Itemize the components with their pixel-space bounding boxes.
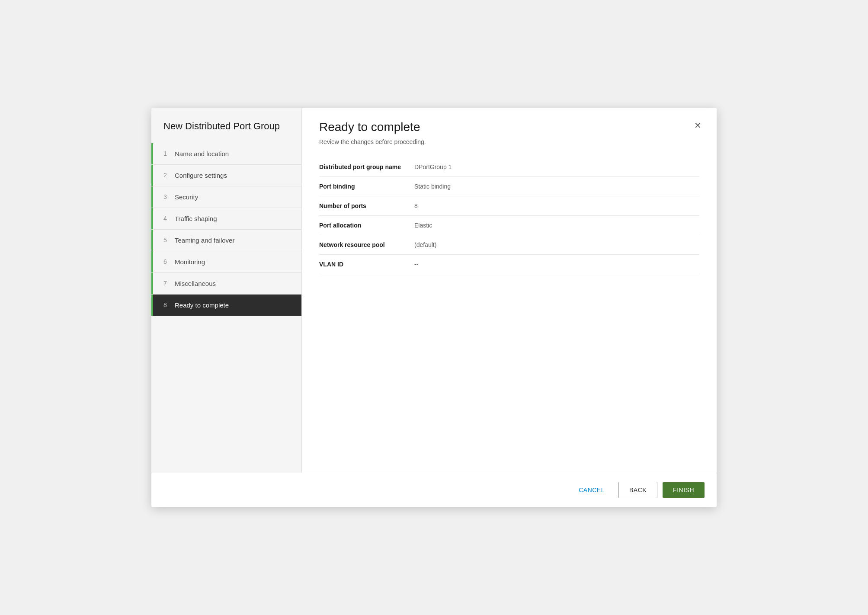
sidebar-title: New Distributed Port Group xyxy=(151,108,301,143)
back-button[interactable]: BACK xyxy=(618,482,657,498)
sidebar-nav: 1 Name and location 2 Configure settings… xyxy=(151,143,301,473)
step-label-5: Teaming and failover xyxy=(175,237,234,244)
sidebar: New Distributed Port Group 1 Name and lo… xyxy=(151,108,302,473)
step-number-4: 4 xyxy=(163,215,170,222)
close-button[interactable]: ✕ xyxy=(691,119,705,132)
review-row: Port allocation Elastic xyxy=(319,216,699,235)
new-distributed-port-group-dialog: New Distributed Port Group 1 Name and lo… xyxy=(151,108,717,507)
step-label-8: Ready to complete xyxy=(175,301,229,309)
review-row: Port binding Static binding xyxy=(319,177,699,196)
review-row: Network resource pool (default) xyxy=(319,235,699,255)
review-label-1: Port binding xyxy=(319,177,414,196)
step-number-7: 7 xyxy=(163,280,170,287)
content-subtitle: Review the changes before proceeding. xyxy=(319,138,699,145)
review-table: Distributed port group name DPortGroup 1… xyxy=(319,157,699,274)
main-content: Ready to complete Review the changes bef… xyxy=(302,108,717,473)
review-row: Distributed port group name DPortGroup 1 xyxy=(319,157,699,177)
review-label-3: Port allocation xyxy=(319,216,414,235)
review-label-5: VLAN ID xyxy=(319,255,414,274)
step-label-1: Name and location xyxy=(175,150,229,157)
sidebar-step-7[interactable]: 7 Miscellaneous xyxy=(151,273,301,295)
sidebar-step-1[interactable]: 1 Name and location xyxy=(151,143,301,165)
step-number-8: 8 xyxy=(163,301,170,308)
step-number-5: 5 xyxy=(163,237,170,243)
sidebar-step-4[interactable]: 4 Traffic shaping xyxy=(151,208,301,230)
sidebar-step-6[interactable]: 6 Monitoring xyxy=(151,251,301,273)
review-row: VLAN ID -- xyxy=(319,255,699,274)
review-value-0: DPortGroup 1 xyxy=(414,157,699,177)
step-number-1: 1 xyxy=(163,150,170,157)
close-icon: ✕ xyxy=(694,120,701,131)
content-body: Distributed port group name DPortGroup 1… xyxy=(302,157,717,473)
step-label-2: Configure settings xyxy=(175,172,227,179)
review-row: Number of ports 8 xyxy=(319,196,699,216)
review-value-4: (default) xyxy=(414,235,699,255)
sidebar-step-2[interactable]: 2 Configure settings xyxy=(151,165,301,186)
content-heading: Ready to complete xyxy=(319,120,699,134)
review-value-1: Static binding xyxy=(414,177,699,196)
review-label-2: Number of ports xyxy=(319,196,414,216)
cancel-button[interactable]: CANCEL xyxy=(570,482,613,498)
content-header: Ready to complete Review the changes bef… xyxy=(302,108,717,157)
step-number-6: 6 xyxy=(163,258,170,265)
sidebar-step-3[interactable]: 3 Security xyxy=(151,186,301,208)
step-label-4: Traffic shaping xyxy=(175,215,217,222)
step-number-2: 2 xyxy=(163,172,170,179)
dialog-body: New Distributed Port Group 1 Name and lo… xyxy=(151,108,717,473)
step-number-3: 3 xyxy=(163,193,170,200)
review-value-2: 8 xyxy=(414,196,699,216)
step-label-6: Monitoring xyxy=(175,258,205,266)
dialog-footer: CANCEL BACK FINISH xyxy=(151,473,717,507)
sidebar-step-8[interactable]: 8 Ready to complete xyxy=(151,295,301,316)
sidebar-step-5[interactable]: 5 Teaming and failover xyxy=(151,230,301,251)
review-label-4: Network resource pool xyxy=(319,235,414,255)
step-label-3: Security xyxy=(175,193,198,201)
review-value-3: Elastic xyxy=(414,216,699,235)
step-label-7: Miscellaneous xyxy=(175,280,216,287)
finish-button[interactable]: FINISH xyxy=(663,482,705,498)
review-value-5: -- xyxy=(414,255,699,274)
review-label-0: Distributed port group name xyxy=(319,157,414,177)
